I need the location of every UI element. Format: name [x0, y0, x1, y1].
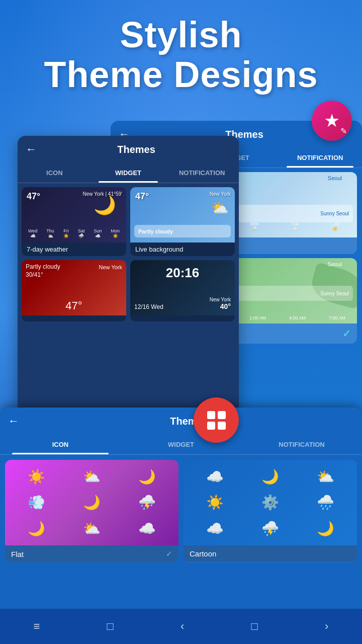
widget-panel-tabs: ICON WIDGET NOTIFICATION — [18, 163, 239, 183]
widget-live-city: New York — [210, 191, 231, 197]
flat-icon-3: 🌙 — [120, 465, 173, 489]
icon-panel-tabs: ICON WIDGET NOTIFICATION — [0, 435, 362, 455]
grid-dot-3 — [207, 422, 215, 430]
grid-dots-icon — [205, 409, 228, 432]
nav-back[interactable]: ‹ — [180, 620, 184, 633]
widget-night-label — [130, 315, 235, 321]
widget-panel-header: ← Themes — [18, 136, 239, 163]
widget-7day[interactable]: 47° New York | 41°59' 🌙 Wed☁️ Thu⛅ Fri☀️… — [22, 187, 126, 256]
icon-panel-title: Themes — [24, 416, 354, 427]
flat-icon-2: ⛅ — [65, 465, 119, 489]
cartoon-icon-3: ⛅ — [299, 465, 352, 489]
moon-icon: 🌙 — [94, 195, 116, 216]
widget-live-bg-img: 47° New York ⛅ Partly cloudy — [130, 187, 235, 243]
widget-panel-back-arrow[interactable]: ← — [26, 143, 37, 156]
cartoon-icon-9: 🌙 — [299, 517, 352, 540]
grid-dot-1 — [207, 411, 215, 419]
icon-theme-grid: ☀️ ⛅ 🌙 💨 🌙 ⛈️ 🌙 ⛅ ☁️ Flat ✓ ☁ — [0, 455, 362, 568]
cartoon-icon-8: ⛈️ — [244, 517, 297, 540]
widget-live-temp: 47° — [135, 191, 149, 202]
nav-forward[interactable]: › — [325, 620, 328, 633]
widget-live-bg[interactable]: 47° New York ⛅ Partly cloudy Live backgr… — [130, 187, 235, 256]
widget-grid: 47° New York | 41°59' 🌙 Wed☁️ Thu⛅ Fri☀️… — [18, 183, 239, 326]
flat-theme-img: ☀️ ⛅ 🌙 💨 🌙 ⛈️ 🌙 ⛅ ☁️ — [5, 460, 178, 545]
flat-icon-8: ⛅ — [65, 517, 119, 540]
widget-storm-label — [22, 315, 126, 321]
nav-recents[interactable]: □ — [251, 620, 258, 633]
flat-theme-label: Flat ✓ — [5, 545, 178, 562]
tab-notification-icon[interactable]: NOTIFICATION — [241, 435, 362, 454]
cartoon-icon-4: ☀️ — [189, 491, 242, 514]
icon-panel-header: ← Themes — [0, 408, 362, 435]
flat-icon-9: ☁️ — [120, 517, 173, 540]
flat-theme-card[interactable]: ☀️ ⛅ 🌙 💨 🌙 ⛈️ 🌙 ⛅ ☁️ Flat ✓ — [5, 460, 178, 562]
cartoon-theme-card[interactable]: ☁️ 🌙 ⛅ ☀️ ⚙️ 🌧️ ☁️ ⛈️ 🌙 Cartoon — [184, 460, 357, 562]
flat-icon-1: ☀️ — [10, 465, 63, 489]
hourly-checkmark: ✓ — [342, 328, 351, 340]
widget-night-img: 20:16 12/16 Wed 40° New York — [130, 260, 235, 315]
tab-icon-icon[interactable]: ICON — [0, 435, 121, 454]
icon-panel-back-arrow[interactable]: ← — [8, 415, 19, 428]
star-icon: ★ — [324, 110, 340, 131]
nav-bar: ≡ □ ‹ □ › — [0, 609, 362, 644]
flat-icon-4: 💨 — [10, 491, 63, 514]
grid-dot-2 — [218, 411, 226, 419]
cartoon-icon-1: ☁️ — [189, 465, 242, 489]
widget-7day-img: 47° New York | 41°59' 🌙 Wed☁️ Thu⛅ Fri☀️… — [22, 187, 126, 243]
cartoon-icon-5: ⚙️ — [244, 491, 297, 514]
cartoon-icon-7: ☁️ — [189, 517, 242, 540]
tab-icon-widget[interactable]: ICON — [18, 163, 92, 183]
flat-icon-7: 🌙 — [10, 517, 63, 540]
flat-checkmark: ✓ — [166, 549, 172, 558]
cartoon-icon-6: 🌧️ — [299, 491, 352, 514]
widget-storm[interactable]: Partly cloudy 30/41° New York 47° — [22, 260, 126, 321]
widget-panel: ← Themes ICON WIDGET NOTIFICATION 47° Ne… — [18, 136, 239, 428]
widget-storm-img: Partly cloudy 30/41° New York 47° — [22, 260, 126, 315]
widget-night[interactable]: 20:16 12/16 Wed 40° New York — [130, 260, 235, 321]
grid-dot-4 — [218, 422, 226, 430]
widget-7day-label: 7-day weather — [22, 243, 126, 256]
tab-notification-widget[interactable]: NOTIFICATION — [165, 163, 239, 183]
cartoon-icon-2: 🌙 — [244, 465, 297, 489]
cartoon-theme-label: Cartoon — [184, 545, 357, 562]
nav-menu[interactable]: ≡ — [34, 620, 40, 633]
flat-icon-5: 🌙 — [65, 491, 119, 514]
tab-widget-widget[interactable]: WIDGET — [92, 163, 165, 183]
flat-icon-6: ⛈️ — [120, 491, 173, 514]
widget-7day-temp: 47° — [27, 191, 40, 202]
widget-panel-title: Themes — [42, 144, 231, 155]
tab-notification-notif[interactable]: NOTIFICATION — [278, 148, 362, 168]
pencil-icon: ✎ — [340, 126, 347, 136]
panels-area: ← Themes ICON WIDGET NOTIFICATION 30° Su… — [0, 116, 362, 584]
nav-home[interactable]: □ — [107, 620, 114, 633]
star-badge[interactable]: ★ ✎ — [312, 101, 352, 141]
hero-title: Stylish Theme Designs — [0, 15, 362, 95]
widget-live-label: Live background — [130, 243, 235, 256]
app-grid-button[interactable] — [194, 397, 239, 443]
cartoon-theme-img: ☁️ 🌙 ⛅ ☀️ ⚙️ 🌧️ ☁️ ⛈️ 🌙 — [184, 460, 357, 545]
